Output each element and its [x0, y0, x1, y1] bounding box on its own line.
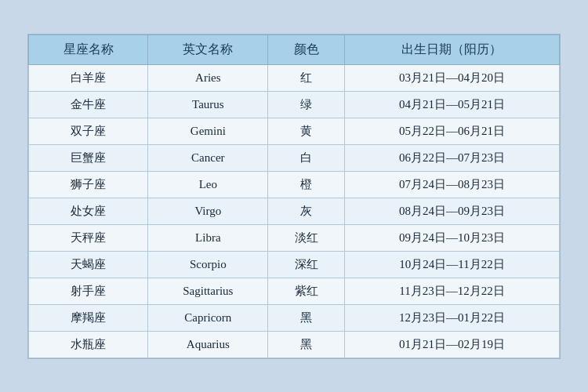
table-row: 双子座Gemini黄05月22日—06月21日: [29, 118, 560, 144]
cell-color: 橙: [268, 171, 345, 198]
cell-chinese-name: 处女座: [29, 198, 148, 224]
table-header-row: 星座名称 英文名称 颜色 出生日期（阳历）: [29, 34, 560, 64]
header-color: 颜色: [268, 34, 345, 64]
cell-color: 红: [268, 64, 345, 91]
cell-color: 白: [268, 144, 345, 171]
cell-english-name: Sagittarius: [148, 278, 268, 304]
cell-english-name: Cancer: [148, 144, 268, 171]
cell-chinese-name: 水瓶座: [29, 331, 148, 358]
cell-english-name: Libra: [148, 224, 268, 251]
zodiac-table-container: 星座名称 英文名称 颜色 出生日期（阳历） 白羊座Aries红03月21日—04…: [27, 34, 561, 359]
cell-dates: 05月22日—06月21日: [344, 118, 559, 144]
header-chinese-name: 星座名称: [29, 34, 148, 64]
cell-chinese-name: 金牛座: [29, 91, 148, 118]
cell-color: 黑: [268, 304, 345, 331]
cell-chinese-name: 摩羯座: [29, 304, 148, 331]
table-row: 金牛座Taurus绿04月21日—05月21日: [29, 91, 560, 118]
cell-english-name: Aquarius: [148, 331, 268, 358]
cell-english-name: Leo: [148, 171, 268, 198]
cell-dates: 09月24日—10月23日: [344, 224, 559, 251]
cell-dates: 06月22日—07月23日: [344, 144, 559, 171]
cell-dates: 07月24日—08月23日: [344, 171, 559, 198]
cell-english-name: Gemini: [148, 118, 268, 144]
table-row: 射手座Sagittarius紫红11月23日—12月22日: [29, 278, 560, 304]
cell-color: 绿: [268, 91, 345, 118]
table-body: 白羊座Aries红03月21日—04月20日金牛座Taurus绿04月21日—0…: [29, 64, 560, 358]
table-row: 处女座Virgo灰08月24日—09月23日: [29, 198, 560, 224]
table-row: 狮子座Leo橙07月24日—08月23日: [29, 171, 560, 198]
cell-color: 黑: [268, 331, 345, 358]
table-row: 白羊座Aries红03月21日—04月20日: [29, 64, 560, 91]
cell-color: 淡红: [268, 224, 345, 251]
cell-english-name: Aries: [148, 64, 268, 91]
cell-color: 深红: [268, 251, 345, 278]
cell-english-name: Scorpio: [148, 251, 268, 278]
cell-dates: 08月24日—09月23日: [344, 198, 559, 224]
cell-chinese-name: 天蝎座: [29, 251, 148, 278]
cell-chinese-name: 射手座: [29, 278, 148, 304]
cell-dates: 01月21日—02月19日: [344, 331, 559, 358]
table-row: 天秤座Libra淡红09月24日—10月23日: [29, 224, 560, 251]
cell-dates: 11月23日—12月22日: [344, 278, 559, 304]
cell-chinese-name: 狮子座: [29, 171, 148, 198]
table-row: 巨蟹座Cancer白06月22日—07月23日: [29, 144, 560, 171]
table-row: 摩羯座Capricorn黑12月23日—01月22日: [29, 304, 560, 331]
cell-chinese-name: 巨蟹座: [29, 144, 148, 171]
zodiac-table: 星座名称 英文名称 颜色 出生日期（阳历） 白羊座Aries红03月21日—04…: [28, 34, 560, 358]
cell-color: 紫红: [268, 278, 345, 304]
cell-english-name: Virgo: [148, 198, 268, 224]
table-row: 天蝎座Scorpio深红10月24日—11月22日: [29, 251, 560, 278]
cell-dates: 03月21日—04月20日: [344, 64, 559, 91]
cell-color: 黄: [268, 118, 345, 144]
cell-english-name: Capricorn: [148, 304, 268, 331]
cell-dates: 10月24日—11月22日: [344, 251, 559, 278]
cell-chinese-name: 天秤座: [29, 224, 148, 251]
cell-chinese-name: 白羊座: [29, 64, 148, 91]
header-english-name: 英文名称: [148, 34, 268, 64]
cell-dates: 12月23日—01月22日: [344, 304, 559, 331]
cell-chinese-name: 双子座: [29, 118, 148, 144]
cell-english-name: Taurus: [148, 91, 268, 118]
cell-dates: 04月21日—05月21日: [344, 91, 559, 118]
header-dates: 出生日期（阳历）: [344, 34, 559, 64]
table-row: 水瓶座Aquarius黑01月21日—02月19日: [29, 331, 560, 358]
cell-color: 灰: [268, 198, 345, 224]
